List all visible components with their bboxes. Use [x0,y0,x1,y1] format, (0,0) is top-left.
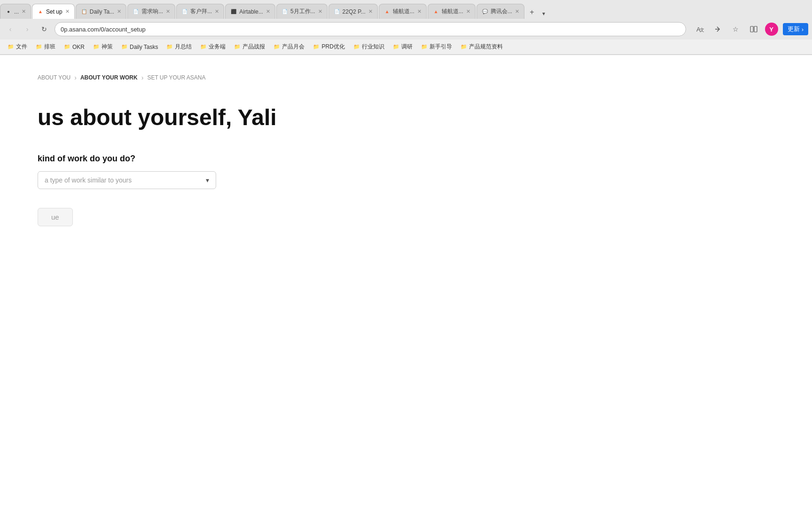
tab-3-favicon: 📋 [81,8,87,15]
address-bar-input[interactable]: 0p.asana.com/0/account_setup [55,22,686,36]
toolbar-icons: A 文 ☆ Y 更新 › [694,23,808,36]
tab-7[interactable]: 📄 5月工作... ✕ [276,4,328,19]
folder-icon: 📁 [121,44,128,50]
bookmark-产品战报[interactable]: 📁 产品战报 [230,42,269,52]
bookmark-okr[interactable]: 📁 OKR [60,43,88,51]
bookmark-业务端[interactable]: 📁 业务端 [196,42,229,52]
bookmark-label: 调研 [401,43,413,51]
tab-10-close[interactable]: ✕ [466,8,470,15]
breadcrumb-about-you[interactable]: ABOUT YOU [38,74,70,81]
bookmark-label: 月总结 [175,43,192,51]
breadcrumb: ABOUT YOU › ABOUT YOUR WORK › SET UP YOU… [38,74,774,81]
bookmark-daily-tasks[interactable]: 📁 Daily Tasks [117,43,162,51]
bookmark-排班[interactable]: 📁 排班 [32,42,59,52]
folder-icon: 📁 [64,44,70,50]
bookmark-star-icon[interactable]: ☆ [729,23,742,36]
bookmark-prd优化[interactable]: 📁 PRD优化 [309,42,348,52]
tab-4-label: 需求响... [141,8,163,16]
tab-9-favicon: ▲ [384,8,390,15]
folder-icon: 📁 [8,44,14,50]
address-bar: ‹ › ↻ 0p.asana.com/0/account_setup A 文 ☆ [0,19,812,40]
tab-dropdown-button[interactable]: ▾ [540,8,547,19]
bookmark-神策[interactable]: 📁 神策 [89,42,117,52]
bookmark-月总结[interactable]: 📁 月总结 [163,42,195,52]
bookmark-label: 产品战报 [242,43,265,51]
tab-2-favicon: ▲ [37,8,44,15]
tab-8[interactable]: 📄 22Q2 P... ✕ [328,4,378,19]
tab-5-close[interactable]: ✕ [215,8,219,15]
bookmark-label: 新手引导 [429,43,452,51]
bookmark-label: 行业知识 [362,43,384,51]
tab-11[interactable]: 💬 腾讯会... ✕ [476,4,524,19]
bookmark-label: OKR [72,44,85,50]
tab-2[interactable]: ▲ Set up ✕ [32,4,75,19]
tab-1[interactable]: ● ... ✕ [0,4,31,19]
tab-7-label: 5月工作... [290,8,315,16]
tab-2-label: Set up [46,8,62,15]
tab-4-close[interactable]: ✕ [166,8,170,15]
tab-11-close[interactable]: ✕ [515,8,519,15]
share-icon[interactable] [711,23,725,36]
folder-icon: 📁 [461,44,467,50]
forward-button[interactable]: › [21,23,34,36]
bookmark-label: 产品月会 [282,43,304,51]
chevron-down-icon: ▾ [206,176,209,184]
svg-rect-4 [754,26,757,32]
folder-icon: 📁 [393,44,399,50]
svg-text:文: 文 [700,27,704,32]
folder-icon: 📁 [166,44,173,50]
update-button[interactable]: 更新 › [783,23,808,35]
tab-7-close[interactable]: ✕ [318,8,322,15]
folder-icon: 📁 [353,44,360,50]
tab-3-close[interactable]: ✕ [117,8,121,15]
tab-9[interactable]: ▲ 辅航道... ✕ [379,4,427,19]
work-type-question: kind of work do you do? [38,154,774,164]
tab-10[interactable]: ▲ 辅航道... ✕ [428,4,476,19]
tab-11-label: 腾讯会... [491,8,512,16]
tab-11-favicon: 💬 [482,8,488,15]
continue-button[interactable]: ue [38,208,73,226]
bookmark-新手引导[interactable]: 📁 新手引导 [417,42,456,52]
breadcrumb-sep-2: › [141,74,144,81]
tab-3-label: Daily Ta... [90,8,114,15]
bookmark-文件[interactable]: 📁 文件 [4,42,31,52]
breadcrumb-sep-1: › [74,74,77,81]
breadcrumb-setup[interactable]: SET UP YOUR ASANA [147,74,205,81]
tab-10-favicon: ▲ [433,8,439,15]
tab-10-label: 辅航道... [442,8,463,16]
tab-6-label: Airtable... [239,8,263,15]
tab-6[interactable]: ⬛ Airtable... ✕ [225,4,275,19]
tab-bar: ● ... ✕ ▲ Set up ✕ 📋 Daily Ta... ✕ 📄 需求响… [0,0,812,19]
tab-6-close[interactable]: ✕ [266,8,270,15]
folder-icon: 📁 [36,44,42,50]
breadcrumb-about-work[interactable]: ABOUT YOUR WORK [80,74,138,81]
tab-5[interactable]: 📄 客户拜... ✕ [176,4,224,19]
folder-icon: 📁 [313,44,320,50]
tab-1-close[interactable]: ✕ [22,8,26,15]
bookmark-调研[interactable]: 📁 调研 [389,42,416,52]
reload-button[interactable]: ↻ [38,23,51,36]
bookmark-产品月会[interactable]: 📁 产品月会 [270,42,308,52]
new-tab-button[interactable]: + [525,6,539,19]
back-button[interactable]: ‹ [4,23,17,36]
tab-3[interactable]: 📋 Daily Ta... ✕ [76,4,126,19]
bookmark-label: PRD优化 [321,43,344,51]
user-avatar[interactable]: Y [765,23,778,36]
bookmark-label: 产品规范资料 [469,43,503,51]
split-view-icon[interactable] [747,23,760,36]
tab-5-favicon: 📄 [181,8,188,15]
dropdown-placeholder: a type of work similar to yours [45,176,132,184]
bookmark-label: Daily Tasks [130,44,158,50]
tab-4[interactable]: 📄 需求响... ✕ [127,4,175,19]
tab-7-favicon: 📄 [281,8,288,15]
bookmark-产品规范资料[interactable]: 📁 产品规范资料 [457,42,507,52]
tab-9-close[interactable]: ✕ [417,8,422,15]
page-content: ABOUT YOU › ABOUT YOUR WORK › SET UP YOU… [0,55,812,508]
tab-8-close[interactable]: ✕ [368,8,373,15]
work-type-dropdown[interactable]: a type of work similar to yours ▾ [38,171,216,189]
bookmark-行业知识[interactable]: 📁 行业知识 [350,42,388,52]
tab-2-close[interactable]: ✕ [65,8,70,15]
bookmark-label: 神策 [102,43,113,51]
translate-icon[interactable]: A 文 [694,23,707,36]
bookmark-label: 文件 [16,43,27,51]
